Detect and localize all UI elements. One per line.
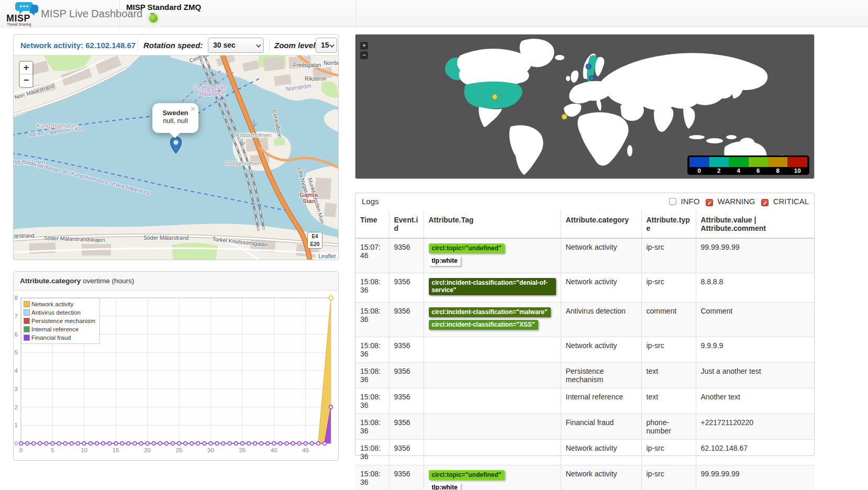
- zoom-out-button[interactable]: −: [20, 74, 32, 87]
- rotation-speed-select[interactable]: 30 sec: [208, 38, 264, 53]
- legend-tick: 8: [776, 168, 780, 174]
- road-ref-badge: E4 E20: [307, 232, 322, 249]
- log-row: 15:08:369356Internal referencetextAnothe…: [355, 388, 814, 414]
- zoom-in-button[interactable]: +: [20, 62, 32, 74]
- data-point: [120, 442, 124, 446]
- data-point: [285, 442, 288, 446]
- column-header: Attribute.type: [641, 210, 696, 238]
- road-ref-e20: E20: [308, 240, 322, 248]
- logo-subtitle: Threat Sharing: [7, 23, 31, 26]
- data-point: [127, 442, 130, 446]
- data-point: [221, 442, 225, 446]
- log-row: 15:07:469356circl:topic="undefined"tlp:w…: [355, 238, 814, 273]
- anchor-icon: ⚓: [239, 138, 246, 145]
- map-label: Riksbron: [305, 75, 326, 82]
- cell-tags: [424, 414, 561, 440]
- event-location-dot: [562, 114, 567, 119]
- filter-info[interactable]: INFO: [669, 197, 699, 206]
- event-location-dot: [589, 75, 594, 81]
- data-point: [177, 442, 181, 446]
- leaflet-attribution-link[interactable]: Leaflet: [316, 252, 338, 260]
- data-point: [76, 442, 80, 446]
- nav-zmq-status: MISP Standard ZMQ: [119, 0, 356, 27]
- map-label: Fredsgatan: [293, 62, 321, 68]
- chart-title-rest: overtime (hours): [81, 277, 134, 285]
- legend-item: Internal reference: [24, 325, 95, 333]
- legend-label: Network activity: [31, 301, 74, 307]
- world-map-graphics: 0246810: [355, 35, 814, 179]
- cell-category: Network activity: [561, 465, 641, 490]
- cell-value: +221721120220: [696, 414, 814, 440]
- data-point: [88, 442, 92, 446]
- x-tick-label: 25: [176, 447, 183, 453]
- log-row: 15:08:369356circl:topic="undefined"tlp:w…: [355, 465, 814, 490]
- cell-tags: circl:incident-classification="denial-of…: [424, 273, 561, 302]
- attribute-tag-chip: tlp:white: [429, 483, 461, 490]
- data-point: [171, 442, 175, 446]
- cell-category: Persistence mechanism: [561, 363, 641, 388]
- leaflet-map[interactable]: CentralbronCentralbronFredsgatanRiksbron…: [14, 55, 338, 260]
- map-marker-icon[interactable]: [170, 136, 182, 154]
- cell-type: ip-src: [641, 273, 696, 302]
- tag-line: circl:incident-classification="denial-of…: [429, 278, 556, 295]
- cell-event-id: 9356: [389, 302, 424, 337]
- cell-time: 15:08:36: [355, 363, 389, 388]
- x-tick-label: 20: [144, 447, 151, 453]
- popup-subtitle: null, null: [152, 117, 198, 125]
- map-panel-header: Network activity: 62.102.148.67 Rotation…: [14, 35, 338, 55]
- legend-item: Antivirus detection: [24, 308, 95, 317]
- tag-line: circl:topic="undefined": [429, 243, 556, 253]
- data-point: [260, 442, 263, 446]
- checkbox-unchecked-icon[interactable]: [669, 198, 676, 205]
- data-point: [304, 442, 307, 446]
- worldmap-zoom-out-button[interactable]: −: [360, 51, 368, 59]
- filter-warning[interactable]: ✓ WARNING: [706, 197, 755, 206]
- data-point: [203, 442, 206, 446]
- attribute-category-chart-panel: Attribute.category overtime (hours) 0123…: [13, 271, 339, 461]
- legend-swatch: [689, 157, 709, 167]
- chart-panel-header: Attribute.category overtime (hours): [14, 272, 338, 291]
- tag-line: tlp:white: [429, 256, 556, 266]
- legend-swatch: [24, 335, 30, 341]
- anchor-icon: ⚓: [250, 119, 258, 126]
- legend-tick: 0: [698, 168, 701, 174]
- data-point: [279, 442, 282, 446]
- attribute-tag-chip: circl:topic="undefined": [429, 470, 505, 480]
- checkbox-checked-icon[interactable]: ✓: [706, 199, 713, 206]
- legend-swatch: [768, 157, 788, 167]
- data-point: [70, 442, 73, 446]
- data-point: [297, 442, 301, 446]
- column-header: Attribute.category: [561, 210, 641, 238]
- legend-item: Persistence mechanism: [24, 317, 95, 325]
- y-tick-label: 2: [15, 404, 18, 410]
- road-ref-e4: E4: [308, 232, 322, 240]
- misp-logo[interactable]: MISP Threat Sharing: [5, 1, 40, 27]
- y-tick-label: 1: [15, 422, 18, 428]
- y-tick-label: 5: [15, 349, 18, 355]
- legend-swatch: [24, 326, 30, 332]
- close-icon[interactable]: ×: [191, 104, 195, 113]
- column-header: Attribute.value | Attribute.comment: [696, 210, 814, 238]
- cell-type: ip-src: [641, 337, 696, 363]
- data-point: [51, 442, 54, 446]
- checkbox-checked-icon[interactable]: ✓: [761, 199, 769, 206]
- world-map-panel[interactable]: 0246810 + −: [355, 34, 815, 179]
- data-point: [215, 442, 219, 446]
- cell-event-id: 9356: [389, 440, 424, 465]
- map-label: Mälarstrand: [14, 232, 34, 239]
- legend-label: Financial fraud: [31, 335, 71, 341]
- cell-category: Network activity: [561, 273, 641, 302]
- legend-tick: 10: [794, 168, 801, 174]
- data-point: [63, 442, 67, 446]
- zoom-level-select[interactable]: 15: [316, 38, 337, 53]
- map-label: Drottningholm: [194, 85, 226, 91]
- cell-category: Antivirus detection: [561, 302, 641, 337]
- data-point: [272, 442, 276, 446]
- y-tick-label: 0: [15, 440, 18, 447]
- log-row: 15:08:369356circl:incident-classificatio…: [355, 302, 814, 337]
- attribute-tag-chip: tlp:white: [429, 256, 461, 266]
- filter-critical[interactable]: ✓ CRITICAL: [761, 197, 809, 206]
- data-point: [190, 442, 194, 446]
- worldmap-zoom-in-button[interactable]: +: [360, 42, 368, 50]
- log-row: 15:08:369356Network activityip-src9.9.9.…: [355, 337, 814, 363]
